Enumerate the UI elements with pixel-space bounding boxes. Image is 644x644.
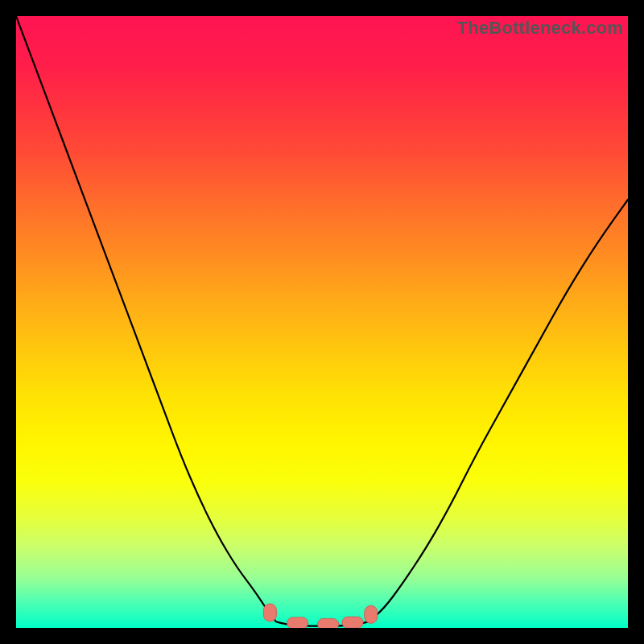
valley-marker (342, 617, 363, 628)
chart-overlay (16, 16, 628, 628)
valley-marker (263, 604, 276, 621)
valley-markers (263, 604, 377, 628)
chart-frame: TheBottleneck.com (16, 16, 628, 628)
valley-marker (287, 617, 308, 628)
valley-marker (365, 605, 378, 623)
bottleneck-curve (16, 16, 628, 626)
valley-marker (318, 618, 339, 628)
